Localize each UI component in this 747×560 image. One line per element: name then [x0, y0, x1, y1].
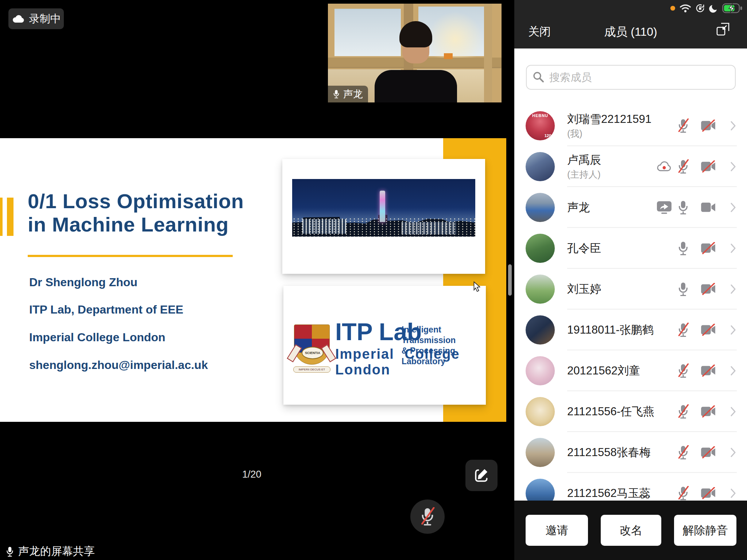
video-name-label: 声龙	[328, 86, 368, 102]
member-row[interactable]: 21121558张春梅	[514, 432, 747, 473]
chevron-right-icon[interactable]	[730, 162, 736, 172]
member-name: 刘玉婷	[567, 281, 601, 297]
slide-page-indicator: 1/20	[242, 469, 262, 480]
member-badges	[646, 160, 672, 173]
invite-button[interactable]: 邀请	[526, 515, 588, 546]
orientation-lock-icon	[695, 3, 705, 13]
member-name: 孔令臣	[567, 241, 601, 256]
search-input[interactable]	[526, 65, 736, 90]
members-panel-body: HEBNU120 刘瑞雪22121591 (我) 卢禹辰 (主持人) 声龙	[514, 48, 747, 560]
window-pane	[334, 9, 401, 56]
camera-muted-icon[interactable]	[701, 242, 716, 254]
avatar	[526, 275, 555, 304]
avatar: HEBNU120	[526, 111, 555, 140]
members-panel-title: 成员 (110)	[514, 24, 747, 40]
slide-accent-bar	[0, 198, 3, 236]
annotation-pen-button[interactable]	[465, 460, 498, 491]
scrollbar-thumb[interactable]	[508, 264, 512, 296]
window-sill-object	[444, 53, 453, 59]
members-panel-header: 关闭 成员 (110)	[514, 0, 747, 48]
camera-on-icon[interactable]	[701, 201, 716, 214]
mic-on-icon[interactable]	[677, 241, 690, 256]
popout-window-icon[interactable]	[716, 22, 730, 36]
member-badges	[646, 201, 672, 214]
crest-book: SCIENTIA	[302, 347, 324, 359]
chevron-right-icon[interactable]	[730, 407, 736, 417]
member-row[interactable]: HEBNU120 刘瑞雪22121591 (我)	[514, 105, 747, 146]
mouse-cursor	[473, 281, 481, 293]
screen-share-area: 录制中 声龙 0/1 Loss Optimisation in Machine …	[0, 0, 514, 560]
mic-on-icon[interactable]	[677, 200, 690, 215]
recording-badge-label: 录制中	[29, 12, 61, 26]
camera-muted-icon[interactable]	[701, 120, 716, 132]
do-not-disturb-icon	[709, 3, 719, 13]
mic-muted-icon	[419, 507, 436, 526]
rename-button[interactable]: 改名	[601, 515, 661, 546]
unmute-button[interactable]: 解除静音	[674, 515, 736, 546]
chevron-right-icon[interactable]	[730, 447, 736, 458]
chevron-right-icon[interactable]	[730, 488, 736, 498]
mic-mute-button[interactable]	[410, 499, 445, 534]
chevron-right-icon[interactable]	[730, 325, 736, 335]
screen-sharing-icon	[656, 201, 672, 214]
member-role: (我)	[567, 128, 582, 140]
wifi-icon	[679, 4, 692, 13]
member-row[interactable]: 20121562刘童	[514, 350, 747, 391]
camera-muted-icon[interactable]	[701, 283, 716, 295]
camera-muted-icon[interactable]	[701, 487, 716, 499]
avatar	[526, 193, 555, 222]
member-name: 刘瑞雪22121591	[567, 112, 651, 127]
camera-muted-icon[interactable]	[701, 365, 716, 377]
mic-muted-icon[interactable]	[677, 159, 690, 174]
slide-title-underline	[28, 255, 233, 257]
mic-muted-icon[interactable]	[677, 404, 690, 419]
member-row[interactable]: 刘玉婷	[514, 269, 747, 310]
mic-muted-icon[interactable]	[677, 363, 690, 378]
presenter-silhouette	[375, 70, 457, 102]
cloud-recording-icon	[656, 160, 672, 173]
slide-institution: Imperial College London	[29, 331, 165, 344]
avatar	[526, 315, 555, 345]
mic-on-icon	[5, 546, 15, 557]
itp-lab-logo-card: SCIENTIA IMPERII DECUS ET ITP Lab Intell…	[283, 286, 486, 405]
avatar	[526, 234, 555, 263]
window-frame-bar	[484, 4, 492, 102]
member-row[interactable]: 声龙	[514, 187, 747, 228]
member-list: HEBNU120 刘瑞雪22121591 (我) 卢禹辰 (主持人) 声龙	[514, 105, 747, 514]
chevron-right-icon[interactable]	[730, 243, 736, 253]
chevron-right-icon[interactable]	[730, 284, 736, 294]
mic-on-icon[interactable]	[677, 282, 690, 296]
battery-charging-icon	[722, 3, 743, 13]
photo-queens-tower	[380, 191, 385, 222]
search-icon	[533, 71, 544, 83]
shared-slide: 0/1 Loss Optimisation in Machine Learnin…	[0, 138, 506, 422]
member-row[interactable]: 19118011-张鹏鹤	[514, 310, 747, 350]
slide-email: shenglong.zhou@imperial.ac.uk	[29, 358, 208, 372]
mic-muted-icon[interactable]	[677, 118, 690, 133]
pen-icon	[473, 467, 490, 484]
status-bar	[670, 3, 743, 13]
member-row[interactable]: 21121556-任飞燕	[514, 391, 747, 432]
member-name: 声龙	[567, 200, 590, 215]
member-row[interactable]: 卢禹辰 (主持人)	[514, 146, 747, 187]
camera-muted-icon[interactable]	[701, 405, 716, 418]
logo-institution: Imperial College London	[335, 346, 486, 378]
crest-shield: SCIENTIA	[294, 324, 330, 365]
chevron-right-icon[interactable]	[730, 202, 736, 213]
chevron-right-icon[interactable]	[730, 121, 736, 131]
camera-muted-icon[interactable]	[701, 446, 716, 459]
member-row[interactable]: 孔令臣	[514, 228, 747, 269]
members-panel: 关闭 成员 (110) HEBNU120 刘瑞雪22121591 (我) 卢禹辰…	[514, 0, 747, 560]
camera-muted-icon[interactable]	[701, 324, 716, 336]
mic-muted-icon[interactable]	[677, 486, 690, 501]
member-name: 21121562马玉蕊	[567, 486, 651, 501]
member-name: 卢禹辰	[567, 152, 601, 168]
recording-badge[interactable]: 录制中	[8, 8, 64, 29]
presenter-video-tile[interactable]: 声龙	[328, 4, 502, 102]
member-name: 20121562刘童	[567, 363, 640, 378]
camera-muted-icon[interactable]	[701, 160, 716, 173]
mic-muted-icon[interactable]	[677, 323, 690, 337]
mic-muted-icon[interactable]	[677, 445, 690, 460]
chevron-right-icon[interactable]	[730, 366, 736, 376]
slide-affiliation: ITP Lab, Department of EEE	[29, 303, 183, 316]
